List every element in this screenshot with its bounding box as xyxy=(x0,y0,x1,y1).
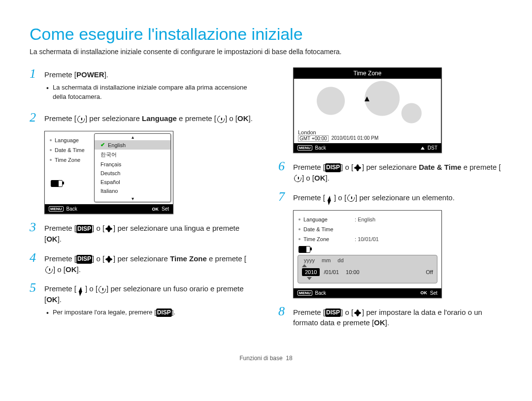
menu-icon: MENU xyxy=(49,206,64,212)
time-val: 10:00 xyxy=(346,269,360,275)
s7-b: ] o [ xyxy=(334,193,346,202)
ok-label: OK xyxy=(237,114,249,123)
language-label: Language xyxy=(142,114,177,123)
head-mm: mm xyxy=(322,257,331,263)
tz-city: London xyxy=(298,129,437,135)
s3-d: ]. xyxy=(58,235,62,243)
scroll-up-icon: ▴ xyxy=(95,134,170,140)
page-title: Come eseguire l'installazione iniziale xyxy=(30,25,502,44)
world-map xyxy=(294,79,441,128)
disp-label: DISP xyxy=(76,255,92,263)
timezone-screen: Time Zone London GMT +00:00 2010/01/01 0… xyxy=(293,67,442,153)
step-7: 7 Premete [] o [] per selezionare un ele… xyxy=(278,190,502,203)
menu-item-timezone: Time Zone xyxy=(303,236,329,242)
scroll-down-icon: ▾ xyxy=(95,195,170,202)
up-icon xyxy=(302,264,307,267)
left-column: 1 Premete [POWER]. • La schermata di ins… xyxy=(30,67,254,335)
lcd-footer: MENUBack OKSet xyxy=(294,288,441,298)
ok-label: OK xyxy=(314,174,326,182)
lang-italiano: Italiano xyxy=(95,186,170,195)
s7-c: ] per selezionare un elemento. xyxy=(355,193,455,202)
step-4: 4 Premete [DISP] o [] per selezionare Ti… xyxy=(30,251,254,275)
s4-f: ]. xyxy=(77,265,81,274)
menu-icon: MENU xyxy=(298,145,312,151)
s5-bullet: Per impostare l'ora legale, premere [DIS… xyxy=(53,308,175,318)
s6-a: Premete [ xyxy=(293,163,325,171)
timer-icon xyxy=(346,194,355,202)
ok-label: OK xyxy=(46,235,58,243)
s6-e: ] o [ xyxy=(302,174,314,182)
timer-icon xyxy=(293,175,302,183)
intro-text: La schermata di installazione iniziale c… xyxy=(30,48,502,56)
lang-deutsch: Deutsch xyxy=(95,169,170,178)
map-pin-icon xyxy=(365,96,369,101)
step-1: 1 Premete [POWER]. • La schermata di ins… xyxy=(30,67,254,104)
s8-d: ]. xyxy=(385,318,389,327)
ok-label: OK xyxy=(374,318,385,327)
step-8: 8 Premete [DISP] o [] per impostare la d… xyxy=(278,305,502,329)
s7-a: Premete [ xyxy=(293,193,325,202)
s6-f: ]. xyxy=(326,174,330,182)
disp-label: DISP xyxy=(325,163,341,172)
page-footer: Funzioni di base 18 xyxy=(30,355,502,362)
macro-icon xyxy=(353,164,362,172)
step-number: 6 xyxy=(278,160,288,184)
s8-a: Premete [ xyxy=(293,308,325,316)
battery-icon xyxy=(299,246,310,253)
s3-a: Premete [ xyxy=(44,224,76,232)
check-icon: ✔ xyxy=(100,142,105,148)
ok-label: OK xyxy=(46,295,58,304)
head-yyyy: yyyy xyxy=(304,257,315,263)
ok-icon: OK xyxy=(420,290,427,295)
s1-bullet: La schermata di installazione iniziale c… xyxy=(53,83,254,102)
up-icon xyxy=(421,147,425,150)
s5-d: ]. xyxy=(58,295,62,304)
head-dd: dd xyxy=(337,257,343,263)
s4-d: e premete [ xyxy=(207,254,246,263)
down-icon xyxy=(307,277,312,280)
s1-pre: Premete [ xyxy=(44,70,76,79)
timer-icon xyxy=(98,285,106,293)
menu-list: Language Date & Time Time Zone xyxy=(296,213,353,246)
s6-c: ] per selezionare xyxy=(362,163,419,171)
timezone-label: Time Zone xyxy=(170,254,207,263)
step-number: 7 xyxy=(278,190,288,203)
timer-icon xyxy=(44,266,53,274)
s5-a: Premete [ xyxy=(44,284,76,293)
timer-icon xyxy=(76,115,85,123)
timer-icon xyxy=(216,115,225,123)
right-column: Time Zone London GMT +00:00 2010/01/01 0… xyxy=(278,67,502,335)
datetime-label: Date & Time xyxy=(419,163,461,171)
date-input-box: yyyy mm dd 2010 /01/01 10:00 xyxy=(298,255,437,283)
lcd-footer: MENUBack OKSet xyxy=(45,204,173,214)
battery-icon xyxy=(51,180,63,187)
tz-title: Time Zone xyxy=(294,68,441,79)
lang-francais: Français xyxy=(95,160,170,169)
step-5: 5 Premete [] o [] per selezionare un fus… xyxy=(30,281,254,321)
language-list: ▴ ✔English 한국어 Français Deutsch Español … xyxy=(94,133,171,202)
tz-gmt: GMT +00:00 xyxy=(298,135,329,142)
s3-b: ] o [ xyxy=(92,224,104,232)
lang-korean: 한국어 xyxy=(95,150,170,160)
menu-item-language: Language xyxy=(55,137,79,143)
tz-info: London GMT +00:00 2010/01/01 01:00 PM xyxy=(294,128,441,143)
s4-e: ] o [ xyxy=(53,265,66,274)
lcd-footer: MENUBack DST xyxy=(294,143,441,153)
s2-a: Premete [ xyxy=(44,114,76,123)
step-number: 8 xyxy=(278,305,288,329)
bullet-dot: • xyxy=(46,308,49,318)
s6-b: ] o [ xyxy=(341,163,353,171)
menu-list: Language Date & Time Time Zone xyxy=(47,133,94,202)
ok-label: OK xyxy=(66,265,77,274)
step-number: 1 xyxy=(30,67,39,104)
step-number: 4 xyxy=(30,251,39,275)
tz-datetime: 2010/01/01 01:00 PM xyxy=(332,135,379,142)
flash-icon xyxy=(76,285,85,293)
s4-b: ] o [ xyxy=(92,254,104,263)
ok-icon: OK xyxy=(152,207,159,212)
menu-item-timezone: Time Zone xyxy=(55,157,80,163)
disp-label: DISP xyxy=(76,225,92,233)
macro-icon xyxy=(104,225,113,233)
s8-b: ] o [ xyxy=(341,308,353,316)
disp-label: DISP xyxy=(325,308,341,317)
